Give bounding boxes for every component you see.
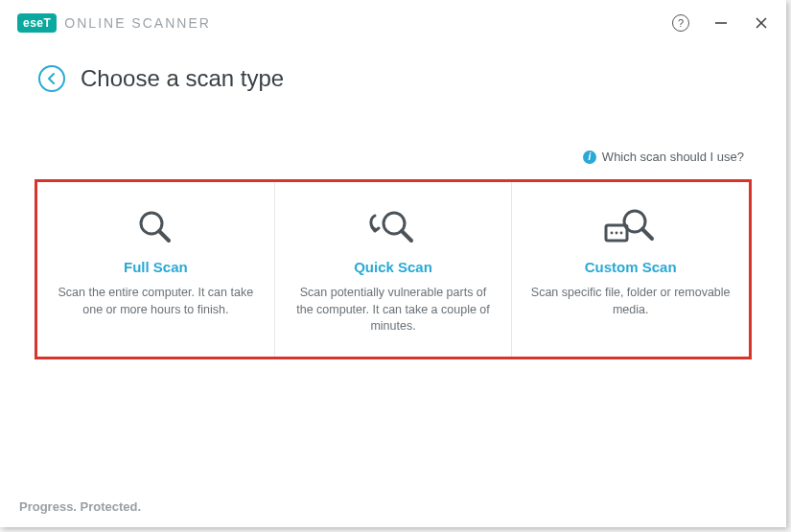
scan-type-cards: Full Scan Scan the entire computer. It c…: [35, 179, 752, 359]
full-scan-card[interactable]: Full Scan Scan the entire computer. It c…: [37, 182, 275, 357]
close-button[interactable]: [752, 13, 771, 33]
svg-point-9: [615, 232, 617, 235]
page-header: Choose a scan type: [0, 46, 786, 92]
custom-scan-desc: Scan specific file, folder or removable …: [527, 285, 733, 318]
hint-link[interactable]: Which scan should I use?: [602, 150, 744, 164]
help-icon: ?: [672, 14, 689, 32]
app-name-text: ONLINE SCANNER: [64, 15, 210, 31]
magnifier-icon: [134, 199, 176, 255]
magnifier-custom-icon: [604, 199, 658, 255]
hint-row: i Which scan should I use?: [0, 92, 786, 173]
close-icon: [755, 16, 768, 30]
page-title: Choose a scan type: [81, 65, 284, 92]
quick-scan-desc: Scan potentially vulnerable parts of the…: [291, 285, 497, 335]
help-button[interactable]: ?: [671, 13, 690, 33]
custom-scan-title: Custom Scan: [585, 259, 677, 275]
app-window: eseT ONLINE SCANNER ? Choose a scan type…: [0, 0, 786, 527]
minimize-button[interactable]: [711, 13, 731, 33]
magnifier-quick-icon: [369, 199, 417, 255]
svg-line-4: [159, 231, 169, 241]
info-icon: i: [583, 150, 596, 164]
svg-point-10: [619, 232, 622, 235]
quick-scan-card[interactable]: Quick Scan Scan potentially vulnerable p…: [275, 182, 513, 357]
svg-line-12: [642, 229, 652, 239]
minimize-icon: [714, 16, 728, 30]
titlebar: eseT ONLINE SCANNER ?: [0, 0, 786, 46]
quick-scan-title: Quick Scan: [354, 259, 432, 275]
custom-scan-card[interactable]: Custom Scan Scan specific file, folder o…: [512, 182, 749, 357]
eset-logo-badge: eseT: [17, 13, 57, 33]
back-button[interactable]: [38, 65, 65, 92]
svg-point-8: [610, 232, 613, 235]
arrow-left-icon: [45, 72, 58, 85]
svg-line-6: [402, 231, 411, 241]
window-controls: ?: [671, 13, 771, 33]
full-scan-desc: Scan the entire computer. It can take on…: [53, 285, 259, 318]
full-scan-title: Full Scan: [124, 259, 188, 275]
footer-tagline: Progress. Protected.: [19, 499, 141, 514]
